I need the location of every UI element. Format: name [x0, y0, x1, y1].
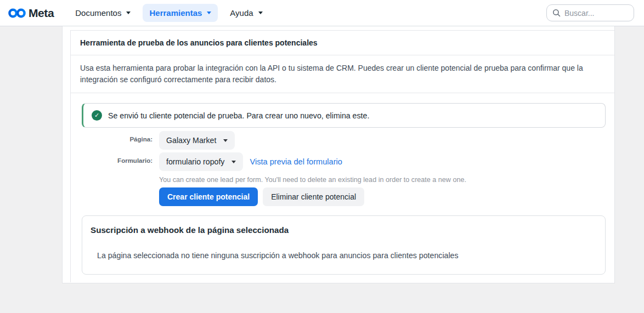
search-icon	[552, 9, 561, 17]
nav-item-label: Herramientas	[149, 8, 202, 18]
form-dropdown[interactable]: formulario ropofy	[159, 152, 243, 171]
chevron-down-icon	[231, 161, 236, 163]
search-input[interactable]	[564, 9, 628, 18]
chevron-down-icon	[126, 12, 131, 14]
nav-item-documentos[interactable]: Documentos	[69, 4, 137, 22]
page-dropdown-value: Galaxy Market	[166, 136, 216, 145]
success-alert-text: Se envió tu cliente potencial de prueba.…	[108, 111, 369, 120]
tool-description: Usa esta herramienta para probar la inte…	[80, 62, 596, 86]
lead-limit-note: You can create one lead per form. You'll…	[159, 176, 606, 184]
tool-body: ✓ Se envió tu cliente potencial de prueb…	[71, 93, 614, 282]
form-dropdown-value: formulario ropofy	[166, 157, 224, 166]
page-dropdown[interactable]: Galaxy Market	[159, 131, 235, 150]
top-nav: Meta Documentos Herramientas Ayuda	[0, 0, 644, 26]
nav-item-label: Documentos	[75, 8, 121, 18]
content-panel: Herramienta de prueba de los anuncios pa…	[62, 26, 615, 283]
nav-menu: Documentos Herramientas Ayuda	[69, 4, 269, 22]
webhook-section: Suscripción a webhook de la página selec…	[82, 215, 606, 275]
tool-description-section: Usa esta herramienta para probar la inte…	[71, 55, 614, 93]
page-label: Página:	[82, 131, 152, 150]
tool-title: Herramienta de prueba de los anuncios pa…	[71, 31, 614, 55]
chevron-down-icon	[207, 12, 211, 14]
success-alert: ✓ Se envió tu cliente potencial de prueb…	[82, 103, 606, 128]
webhook-empty-message: La página seleccionada no tiene ninguna …	[97, 251, 597, 260]
action-buttons: Crear cliente potencial Eliminar cliente…	[159, 187, 606, 206]
form-label: Formulario:	[82, 152, 152, 171]
lead-ads-test-tool-card: Herramienta de prueba de los anuncios pa…	[70, 30, 614, 282]
delete-lead-button[interactable]: Eliminar cliente potencial	[263, 187, 364, 206]
nav-item-ayuda[interactable]: Ayuda	[223, 4, 269, 22]
form-row: Formulario: formulario ropofy Vista prev…	[82, 152, 606, 171]
webhook-title: Suscripción a webhook de la página selec…	[91, 225, 597, 235]
success-check-icon: ✓	[92, 110, 102, 121]
page-row: Página: Galaxy Market	[82, 131, 606, 150]
nav-item-herramientas[interactable]: Herramientas	[143, 4, 218, 22]
meta-logo[interactable]: Meta	[8, 7, 54, 20]
meta-infinity-icon	[8, 7, 26, 19]
search-box[interactable]	[546, 4, 634, 21]
brand-name: Meta	[29, 7, 54, 20]
form-preview-link[interactable]: Vista previa del formulario	[250, 157, 342, 166]
chevron-down-icon	[223, 139, 228, 142]
create-lead-button[interactable]: Crear cliente potencial	[159, 187, 258, 206]
chevron-down-icon	[258, 12, 263, 14]
nav-item-label: Ayuda	[230, 8, 253, 18]
